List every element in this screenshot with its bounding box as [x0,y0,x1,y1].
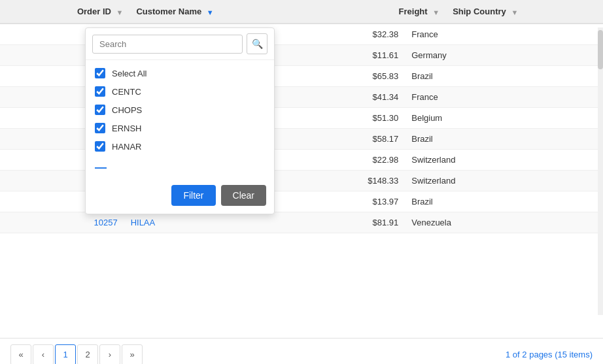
freight-filter-icon[interactable]: ▼ [432,8,439,16]
filter-search-button[interactable]: 🔍 [247,33,267,54]
checkbox-label: CENTC [112,87,141,97]
cell-ship-country: France [404,24,603,45]
col-ship-country-label: Ship Country [453,7,506,16]
filter-actions: Filter Clear [86,178,274,206]
page-info-text: 1 of 2 pages (15 items) [506,350,593,359]
checkbox-label: CHOPS [112,105,142,115]
cell-freight: $81.91 [257,212,404,233]
col-order-id-label: Order ID [77,7,111,16]
page-2-button[interactable]: 2 [77,344,98,365]
scrollbar-thumb[interactable] [598,30,603,69]
checkbox-label: Select All [112,69,146,78]
pagination-bar: « ‹ 1 2 › » 1 of 2 pages (15 items) [0,338,603,364]
page-1-button[interactable]: 1 [55,344,76,365]
cell-ship-country: France [404,87,603,108]
checkbox-chops[interactable] [95,105,105,115]
table-row: 10257 HILAA $81.91 Venezuela [0,212,603,233]
cell-ship-country: Switzerland [404,171,603,191]
col-freight: Freight ▼ [326,0,445,24]
cell-ship-country: Venezuela [404,212,603,233]
cell-ship-country: Belgium [404,108,603,129]
filter-checkbox-list: Select All CENTC CHOPS ERNSH HANAR [86,60,274,159]
data-table: Order ID ▼ Customer Name ▼ Freight ▼ Shi… [0,0,603,24]
filter-search-row: 🔍 [86,28,274,60]
filter-clear-button[interactable]: Clear [221,185,266,206]
cell-ship-country: Brazil [404,129,603,150]
cell-ship-country: Germany [404,45,603,66]
cell-freight: $51.30 [257,108,404,129]
page-buttons: « ‹ 1 2 › » [10,344,143,365]
checkbox-label: HANAR [112,142,142,152]
col-freight-label: Freight [399,7,428,16]
col-ship-country: Ship Country ▼ [445,0,603,24]
cell-freight: $22.98 [257,150,404,171]
cell-order-id: 10257 [0,212,123,233]
order-id-filter-icon[interactable]: ▼ [116,8,124,16]
table-header-row: Order ID ▼ Customer Name ▼ Freight ▼ Shi… [0,0,603,24]
col-order-id: Order ID ▼ [0,0,128,24]
col-customer-name-label: Customer Name [136,7,201,16]
filter-checkbox-item[interactable]: HANAR [86,137,274,156]
cell-ship-country: Brazil [404,191,603,212]
table-container: Order ID ▼ Customer Name ▼ Freight ▼ Shi… [0,0,603,364]
col-customer-name: Customer Name ▼ [128,0,326,24]
filter-apply-button[interactable]: Filter [171,185,215,206]
cell-freight: $41.34 [257,87,404,108]
checkbox-centc[interactable] [95,86,105,97]
cell-freight: $58.17 [257,129,404,150]
last-page-button[interactable]: » [122,344,143,365]
next-page-button[interactable]: › [99,344,120,365]
select-all-item[interactable]: Select All [86,64,274,82]
first-page-button[interactable]: « [10,344,31,365]
cell-freight: $148.33 [257,171,404,191]
cell-customer-name: HILAA [123,212,258,233]
cell-freight: $13.97 [257,191,404,212]
prev-page-button[interactable]: ‹ [33,344,54,365]
more-items-indicator: — [86,159,274,176]
checkbox-select-all[interactable] [95,68,105,78]
filter-checkbox-item[interactable]: CENTC [86,82,274,101]
filter-checkbox-item[interactable]: CHOPS [86,101,274,119]
checkbox-hanar[interactable] [95,141,105,152]
cell-ship-country: Brazil [404,66,603,87]
checkbox-ernsh[interactable] [95,123,105,133]
customer-name-filter-icon[interactable]: ▼ [207,8,214,16]
cell-freight: $11.61 [257,45,404,66]
search-icon: 🔍 [252,39,263,49]
checkbox-label: ERNSH [112,124,142,133]
ship-country-filter-icon[interactable]: ▼ [511,8,518,16]
filter-checkbox-item[interactable]: ERNSH [86,119,274,137]
cell-freight: $32.38 [257,24,404,45]
scrollbar[interactable] [598,27,603,315]
filter-dropdown: 🔍 Select All CENTC CHOPS ERNSH HANAR — F… [85,27,275,214]
cell-freight: $65.83 [257,66,404,87]
filter-search-input[interactable] [92,35,243,54]
cell-ship-country: Switzerland [404,150,603,171]
